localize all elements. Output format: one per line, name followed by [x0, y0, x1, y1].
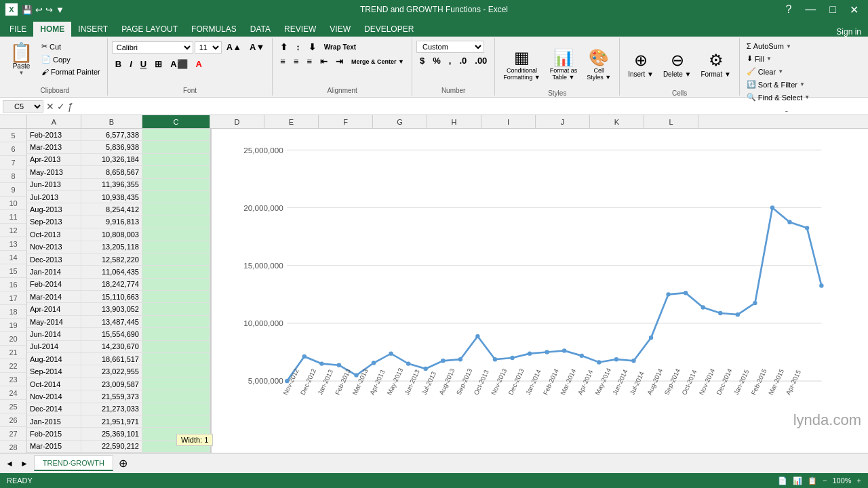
align-top-button[interactable]: ⬆ [277, 41, 291, 54]
autosum-dropdown[interactable]: ▼ [786, 43, 791, 49]
cell-growth[interactable] [142, 279, 210, 290]
customize-button[interactable]: ▼ [56, 5, 64, 15]
cell-value[interactable]: 25,369,101 [81, 428, 142, 439]
cell-growth[interactable] [142, 328, 210, 340]
cell-growth[interactable] [142, 129, 210, 140]
increase-font-size-button[interactable]: A▲ [223, 41, 245, 54]
cell-value[interactable]: 10,808,003 [81, 228, 142, 240]
font-name-select[interactable]: Calibri [112, 41, 193, 54]
cell-date[interactable]: Mar-2014 [27, 291, 81, 302]
row-num-18[interactable]: 18 [0, 305, 27, 319]
col-header-a[interactable]: A [27, 115, 81, 128]
row-num-11[interactable]: 11 [0, 210, 27, 224]
minimize-button[interactable]: — [801, 3, 820, 16]
col-header-b[interactable]: B [81, 115, 142, 128]
cell-date[interactable]: Feb-2013 [27, 129, 81, 140]
cancel-formula-icon[interactable]: ✕ [46, 101, 54, 112]
add-sheet-button[interactable]: ⊕ [115, 455, 132, 471]
row-num-6[interactable]: 6 [0, 142, 27, 156]
row-num-12[interactable]: 12 [0, 224, 27, 237]
maximize-button[interactable]: □ [825, 3, 840, 16]
cell-growth[interactable] [142, 216, 210, 228]
delete-button[interactable]: ⊖ Delete ▼ [659, 41, 696, 88]
col-header-h[interactable]: H [427, 115, 481, 128]
fill-button[interactable]: ⬇ Fill ▼ [744, 53, 774, 64]
cell-value[interactable]: 11,396,355 [81, 179, 142, 190]
align-left-button[interactable]: ≡ [277, 55, 289, 68]
save-button[interactable]: 💾 [22, 5, 33, 15]
cell-styles-button[interactable]: 🎨 CellStyles ▼ [583, 41, 615, 88]
cell-growth[interactable] [142, 341, 210, 352]
row-num-8[interactable]: 8 [0, 169, 27, 183]
cell-value[interactable]: 11,064,435 [81, 266, 142, 277]
tab-insert[interactable]: INSERT [71, 22, 115, 37]
cell-value[interactable]: 14,230,670 [81, 341, 142, 352]
cell-growth[interactable] [142, 316, 210, 327]
copy-button[interactable]: 📄 Copy [39, 54, 103, 65]
help-button[interactable]: ? [781, 3, 795, 16]
comma-button[interactable]: , [446, 54, 455, 67]
cell-date[interactable]: Jan-2014 [27, 266, 81, 277]
cell-date[interactable]: Jan-2015 [27, 415, 81, 427]
cell-date[interactable]: Sep-2013 [27, 216, 81, 228]
tab-data[interactable]: DATA [243, 22, 277, 37]
cell-value[interactable]: 15,554,690 [81, 328, 142, 340]
cell-date[interactable]: May-2014 [27, 316, 81, 327]
row-num-22[interactable]: 22 [0, 359, 27, 373]
paste-button[interactable]: 📋 Paste ▼ [7, 41, 36, 79]
tab-home[interactable]: HOME [33, 22, 71, 37]
cell-date[interactable]: Feb-2014 [27, 279, 81, 290]
formula-input[interactable] [76, 102, 865, 111]
zoom-in-button[interactable]: + [857, 476, 861, 485]
row-num-27[interactable]: 27 [0, 427, 27, 441]
cell-date[interactable]: Jun-2013 [27, 179, 81, 190]
cell-date[interactable]: Jul-2014 [27, 341, 81, 352]
view-layout-icon[interactable]: 📊 [793, 476, 802, 485]
cell-reference-box[interactable]: C5 [3, 100, 43, 113]
row-num-26[interactable]: 26 [0, 413, 27, 427]
undo-button[interactable]: ↩ [35, 5, 43, 15]
cell-date[interactable]: Oct-2014 [27, 378, 81, 390]
sign-in[interactable]: Sign in [829, 27, 868, 37]
cell-date[interactable]: Jun-2014 [27, 328, 81, 340]
row-num-14[interactable]: 14 [0, 251, 27, 264]
cell-growth[interactable] [142, 378, 210, 390]
cell-value[interactable]: 15,110,663 [81, 291, 142, 302]
cell-value[interactable]: 12,582,220 [81, 253, 142, 265]
sort-filter-button[interactable]: 🔃 Sort & Filter ▼ [744, 79, 808, 90]
chart-area[interactable]: 25,000,000 20,000,000 15,000,000 10,000,… [211, 129, 868, 453]
merge-center-button[interactable]: Merge & Center ▼ [348, 57, 408, 66]
cell-value[interactable]: 8,658,567 [81, 166, 142, 178]
cell-date[interactable]: Oct-2013 [27, 228, 81, 240]
view-normal-icon[interactable]: 📄 [778, 476, 787, 485]
row-num-21[interactable]: 21 [0, 346, 27, 359]
view-break-icon[interactable]: 📋 [808, 476, 817, 485]
row-num-23[interactable]: 23 [0, 373, 27, 386]
wrap-text-button[interactable]: Wrap Text [321, 42, 359, 52]
cell-growth[interactable] [142, 291, 210, 302]
fill-color-button[interactable]: A⬛ [167, 58, 191, 70]
cell-growth[interactable] [142, 241, 210, 253]
row-num-16[interactable]: 16 [0, 278, 27, 291]
cell-date[interactable]: Aug-2013 [27, 203, 81, 215]
row-num-25[interactable]: 25 [0, 400, 27, 413]
row-num-15[interactable]: 15 [0, 264, 27, 278]
cell-value[interactable]: 6,577,338 [81, 129, 142, 140]
tab-page-layout[interactable]: PAGE LAYOUT [115, 22, 184, 37]
tab-formulas[interactable]: FORMULAS [184, 22, 243, 37]
bold-button[interactable]: B [112, 58, 125, 70]
cell-date[interactable]: Aug-2014 [27, 353, 81, 365]
decrease-font-size-button[interactable]: A▼ [246, 41, 268, 54]
format-as-table-button[interactable]: 📊 Format asTable ▼ [546, 41, 582, 88]
cell-growth[interactable] [142, 179, 210, 190]
cell-date[interactable]: Mar-2013 [27, 141, 81, 152]
cell-value[interactable]: 18,661,517 [81, 353, 142, 365]
row-num-7[interactable]: 7 [0, 156, 27, 169]
cell-growth[interactable] [142, 365, 210, 377]
cell-growth[interactable] [142, 303, 210, 314]
col-header-c[interactable]: C [142, 115, 210, 128]
cell-growth[interactable] [142, 166, 210, 178]
cell-growth[interactable] [142, 253, 210, 265]
cell-value[interactable]: 10,938,435 [81, 191, 142, 203]
number-format-select[interactable]: Custom General Number Currency Accountin… [416, 41, 484, 53]
